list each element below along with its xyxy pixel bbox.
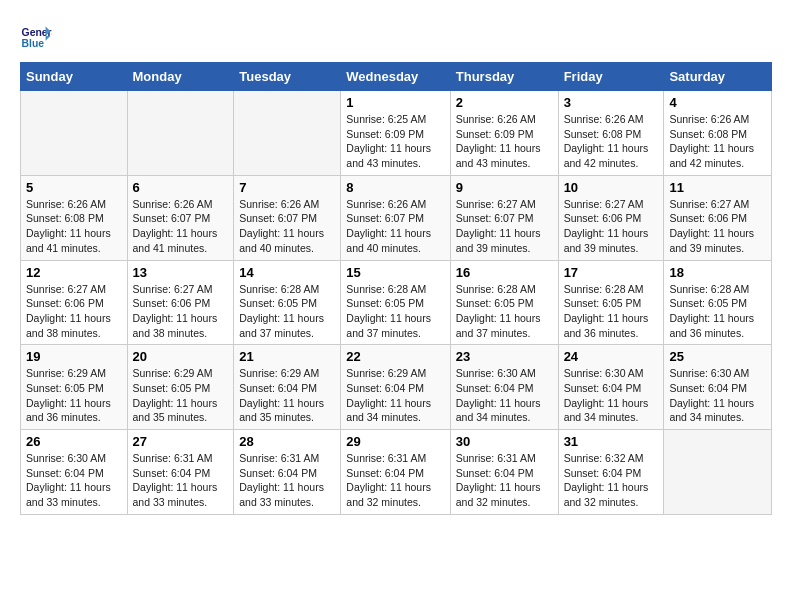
svg-text:Blue: Blue	[22, 38, 45, 49]
day-info: Sunrise: 6:28 AM Sunset: 6:05 PM Dayligh…	[346, 282, 444, 341]
day-number: 21	[239, 349, 335, 364]
day-info: Sunrise: 6:26 AM Sunset: 6:08 PM Dayligh…	[26, 197, 122, 256]
day-info: Sunrise: 6:26 AM Sunset: 6:09 PM Dayligh…	[456, 112, 553, 171]
day-number: 24	[564, 349, 659, 364]
day-cell: 18Sunrise: 6:28 AM Sunset: 6:05 PM Dayli…	[664, 260, 772, 345]
day-info: Sunrise: 6:32 AM Sunset: 6:04 PM Dayligh…	[564, 451, 659, 510]
day-cell: 30Sunrise: 6:31 AM Sunset: 6:04 PM Dayli…	[450, 430, 558, 515]
day-cell: 13Sunrise: 6:27 AM Sunset: 6:06 PM Dayli…	[127, 260, 234, 345]
day-info: Sunrise: 6:28 AM Sunset: 6:05 PM Dayligh…	[564, 282, 659, 341]
day-info: Sunrise: 6:30 AM Sunset: 6:04 PM Dayligh…	[456, 366, 553, 425]
day-info: Sunrise: 6:27 AM Sunset: 6:06 PM Dayligh…	[26, 282, 122, 341]
day-info: Sunrise: 6:26 AM Sunset: 6:07 PM Dayligh…	[346, 197, 444, 256]
day-cell: 16Sunrise: 6:28 AM Sunset: 6:05 PM Dayli…	[450, 260, 558, 345]
logo-icon: General Blue	[20, 20, 52, 52]
day-number: 4	[669, 95, 766, 110]
day-cell: 15Sunrise: 6:28 AM Sunset: 6:05 PM Dayli…	[341, 260, 450, 345]
day-header-wednesday: Wednesday	[341, 63, 450, 91]
day-info: Sunrise: 6:29 AM Sunset: 6:04 PM Dayligh…	[346, 366, 444, 425]
day-cell: 14Sunrise: 6:28 AM Sunset: 6:05 PM Dayli…	[234, 260, 341, 345]
day-cell: 28Sunrise: 6:31 AM Sunset: 6:04 PM Dayli…	[234, 430, 341, 515]
day-cell: 3Sunrise: 6:26 AM Sunset: 6:08 PM Daylig…	[558, 91, 664, 176]
day-cell: 12Sunrise: 6:27 AM Sunset: 6:06 PM Dayli…	[21, 260, 128, 345]
day-number: 9	[456, 180, 553, 195]
day-number: 31	[564, 434, 659, 449]
day-cell	[127, 91, 234, 176]
day-cell: 7Sunrise: 6:26 AM Sunset: 6:07 PM Daylig…	[234, 175, 341, 260]
day-number: 11	[669, 180, 766, 195]
day-number: 17	[564, 265, 659, 280]
day-number: 5	[26, 180, 122, 195]
day-cell: 8Sunrise: 6:26 AM Sunset: 6:07 PM Daylig…	[341, 175, 450, 260]
day-header-friday: Friday	[558, 63, 664, 91]
day-number: 28	[239, 434, 335, 449]
day-cell: 21Sunrise: 6:29 AM Sunset: 6:04 PM Dayli…	[234, 345, 341, 430]
day-cell: 20Sunrise: 6:29 AM Sunset: 6:05 PM Dayli…	[127, 345, 234, 430]
week-row-1: 1Sunrise: 6:25 AM Sunset: 6:09 PM Daylig…	[21, 91, 772, 176]
logo: General Blue	[20, 20, 56, 52]
page-header: General Blue	[20, 20, 772, 52]
day-cell: 24Sunrise: 6:30 AM Sunset: 6:04 PM Dayli…	[558, 345, 664, 430]
week-row-2: 5Sunrise: 6:26 AM Sunset: 6:08 PM Daylig…	[21, 175, 772, 260]
day-number: 8	[346, 180, 444, 195]
day-header-monday: Monday	[127, 63, 234, 91]
day-number: 14	[239, 265, 335, 280]
header-row: SundayMondayTuesdayWednesdayThursdayFrid…	[21, 63, 772, 91]
day-info: Sunrise: 6:26 AM Sunset: 6:07 PM Dayligh…	[133, 197, 229, 256]
day-cell	[21, 91, 128, 176]
day-cell: 2Sunrise: 6:26 AM Sunset: 6:09 PM Daylig…	[450, 91, 558, 176]
day-cell: 5Sunrise: 6:26 AM Sunset: 6:08 PM Daylig…	[21, 175, 128, 260]
day-number: 26	[26, 434, 122, 449]
day-number: 19	[26, 349, 122, 364]
day-number: 12	[26, 265, 122, 280]
day-info: Sunrise: 6:29 AM Sunset: 6:05 PM Dayligh…	[26, 366, 122, 425]
day-info: Sunrise: 6:27 AM Sunset: 6:06 PM Dayligh…	[564, 197, 659, 256]
day-number: 20	[133, 349, 229, 364]
day-number: 1	[346, 95, 444, 110]
day-info: Sunrise: 6:27 AM Sunset: 6:06 PM Dayligh…	[669, 197, 766, 256]
day-number: 16	[456, 265, 553, 280]
day-cell: 25Sunrise: 6:30 AM Sunset: 6:04 PM Dayli…	[664, 345, 772, 430]
day-info: Sunrise: 6:29 AM Sunset: 6:05 PM Dayligh…	[133, 366, 229, 425]
day-header-tuesday: Tuesday	[234, 63, 341, 91]
day-number: 22	[346, 349, 444, 364]
day-info: Sunrise: 6:27 AM Sunset: 6:06 PM Dayligh…	[133, 282, 229, 341]
day-info: Sunrise: 6:30 AM Sunset: 6:04 PM Dayligh…	[669, 366, 766, 425]
day-info: Sunrise: 6:26 AM Sunset: 6:07 PM Dayligh…	[239, 197, 335, 256]
day-cell: 11Sunrise: 6:27 AM Sunset: 6:06 PM Dayli…	[664, 175, 772, 260]
day-info: Sunrise: 6:31 AM Sunset: 6:04 PM Dayligh…	[456, 451, 553, 510]
day-number: 6	[133, 180, 229, 195]
day-info: Sunrise: 6:31 AM Sunset: 6:04 PM Dayligh…	[133, 451, 229, 510]
day-info: Sunrise: 6:28 AM Sunset: 6:05 PM Dayligh…	[456, 282, 553, 341]
day-number: 27	[133, 434, 229, 449]
week-row-5: 26Sunrise: 6:30 AM Sunset: 6:04 PM Dayli…	[21, 430, 772, 515]
day-number: 13	[133, 265, 229, 280]
day-cell: 26Sunrise: 6:30 AM Sunset: 6:04 PM Dayli…	[21, 430, 128, 515]
day-info: Sunrise: 6:28 AM Sunset: 6:05 PM Dayligh…	[239, 282, 335, 341]
day-info: Sunrise: 6:25 AM Sunset: 6:09 PM Dayligh…	[346, 112, 444, 171]
day-info: Sunrise: 6:30 AM Sunset: 6:04 PM Dayligh…	[26, 451, 122, 510]
day-cell	[664, 430, 772, 515]
day-info: Sunrise: 6:26 AM Sunset: 6:08 PM Dayligh…	[669, 112, 766, 171]
day-cell: 31Sunrise: 6:32 AM Sunset: 6:04 PM Dayli…	[558, 430, 664, 515]
day-cell	[234, 91, 341, 176]
week-row-4: 19Sunrise: 6:29 AM Sunset: 6:05 PM Dayli…	[21, 345, 772, 430]
day-number: 2	[456, 95, 553, 110]
day-number: 18	[669, 265, 766, 280]
day-info: Sunrise: 6:27 AM Sunset: 6:07 PM Dayligh…	[456, 197, 553, 256]
day-info: Sunrise: 6:29 AM Sunset: 6:04 PM Dayligh…	[239, 366, 335, 425]
week-row-3: 12Sunrise: 6:27 AM Sunset: 6:06 PM Dayli…	[21, 260, 772, 345]
day-number: 30	[456, 434, 553, 449]
day-cell: 27Sunrise: 6:31 AM Sunset: 6:04 PM Dayli…	[127, 430, 234, 515]
day-info: Sunrise: 6:31 AM Sunset: 6:04 PM Dayligh…	[346, 451, 444, 510]
day-cell: 29Sunrise: 6:31 AM Sunset: 6:04 PM Dayli…	[341, 430, 450, 515]
day-cell: 9Sunrise: 6:27 AM Sunset: 6:07 PM Daylig…	[450, 175, 558, 260]
day-header-sunday: Sunday	[21, 63, 128, 91]
day-number: 15	[346, 265, 444, 280]
day-cell: 22Sunrise: 6:29 AM Sunset: 6:04 PM Dayli…	[341, 345, 450, 430]
day-number: 29	[346, 434, 444, 449]
day-info: Sunrise: 6:26 AM Sunset: 6:08 PM Dayligh…	[564, 112, 659, 171]
day-number: 7	[239, 180, 335, 195]
day-info: Sunrise: 6:28 AM Sunset: 6:05 PM Dayligh…	[669, 282, 766, 341]
day-cell: 19Sunrise: 6:29 AM Sunset: 6:05 PM Dayli…	[21, 345, 128, 430]
